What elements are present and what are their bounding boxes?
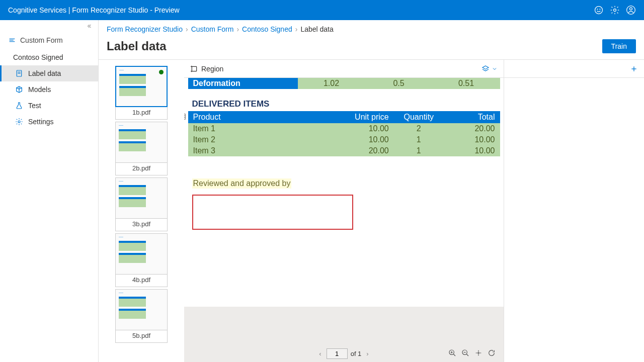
sidebar-custom-form-label: Custom Form (20, 36, 63, 44)
sidebar: Custom Form Contoso Signed Label data Mo… (0, 20, 99, 362)
table-row: Item 2 10.00 1 10.00 (188, 134, 500, 145)
breadcrumb-custom-form[interactable]: Custom Form (191, 25, 234, 33)
thumbnail-name: 4b.pdf (115, 275, 168, 287)
document-page: Deformation 1.02 0.5 0.51 DELIVERED ITEM… (188, 78, 500, 230)
cell-unit-price: 10.00 (332, 134, 394, 145)
cell-unit-price: 20.00 (332, 145, 394, 156)
svg-point-1 (597, 9, 598, 10)
svg-point-12 (18, 121, 20, 123)
labels-toolbar (504, 60, 644, 78)
sidebar-item-label: Label data (28, 69, 61, 77)
feedback-icon[interactable] (594, 5, 604, 15)
page-title: Label data (107, 39, 602, 53)
chevron-right-icon: › (186, 25, 188, 33)
col-unit-price: Unit price (332, 111, 394, 123)
thumbnail-name: 1b.pdf (115, 107, 168, 120)
breadcrumb: Form Recognizer Studio › Custom Form › C… (99, 20, 644, 37)
breadcrumb-current: Label data (300, 25, 333, 33)
table-icon[interactable] (184, 113, 186, 120)
sidebar-item-label: Models (28, 85, 51, 94)
signature-region[interactable] (192, 195, 353, 230)
cell: 0.5 (365, 78, 433, 89)
document-toolbar: Region (184, 60, 504, 78)
delivered-items-table: Product Unit price Quantity Total Item 1… (188, 111, 500, 156)
cell-quantity: 2 (394, 123, 444, 134)
cell-quantity: 1 (394, 134, 444, 145)
zoom-in-icon[interactable] (448, 349, 456, 358)
svg-point-0 (595, 7, 603, 14)
sidebar-collapse-icon[interactable] (0, 20, 98, 32)
col-product: Product (188, 111, 332, 123)
layers-dropdown[interactable] (481, 65, 498, 73)
fit-icon[interactable] (474, 349, 482, 358)
page-header: Label data Train (99, 37, 644, 60)
page-total: of 1 (351, 350, 362, 357)
table-row: Item 1 10.00 2 20.00 (188, 123, 500, 134)
thumbnail-3b[interactable]: ——— 3b.pdf (115, 177, 168, 231)
review-label: Reviewed and approved by (192, 178, 292, 189)
region-tool-label: Region (201, 65, 223, 73)
cell-product: Item 3 (188, 145, 332, 156)
cell-total: 10.00 (444, 134, 500, 145)
rotate-icon[interactable] (488, 349, 496, 358)
svg-line-20 (453, 354, 455, 356)
region-icon (190, 65, 198, 73)
col-total: Total (444, 111, 500, 123)
page-input[interactable] (327, 348, 348, 359)
labels-panel (504, 60, 644, 362)
cell: 0.51 (433, 78, 500, 89)
status-badge (159, 70, 164, 74)
cell-total: 10.00 (444, 145, 500, 156)
chevron-right-icon: › (236, 25, 239, 33)
topbar: Cognitive Services | Form Recognizer Stu… (0, 0, 644, 20)
thumbnail-1b[interactable]: ——— 1b.pdf (115, 66, 168, 120)
sidebar-custom-form[interactable]: Custom Form (0, 32, 98, 48)
sidebar-item-label: Settings (28, 118, 54, 126)
svg-rect-13 (192, 66, 196, 71)
sidebar-project-name[interactable]: Contoso Signed (0, 48, 98, 65)
thumbnail-2b[interactable]: ——— 2b.pdf (115, 122, 168, 175)
thumbnail-4b[interactable]: ——— 4b.pdf (115, 233, 168, 287)
thumbnail-name: 3b.pdf (115, 219, 168, 231)
sidebar-item-label-data[interactable]: Label data (0, 65, 98, 81)
thumbnail-5b[interactable]: ——— 5b.pdf (115, 289, 168, 343)
layers-icon (481, 65, 490, 73)
cell-header: Deformation (188, 78, 298, 89)
sidebar-item-models[interactable]: Models (0, 81, 98, 98)
breadcrumb-project[interactable]: Contoso Signed (242, 25, 292, 33)
next-page-icon[interactable]: › (364, 350, 370, 357)
pager: ‹ of 1 › (184, 347, 504, 362)
document-footer: ‹ of 1 › (184, 307, 504, 362)
sidebar-item-test[interactable]: Test (0, 98, 98, 114)
add-label-icon[interactable] (630, 65, 638, 73)
svg-point-26 (478, 352, 479, 353)
table-row: Deformation 1.02 0.5 0.51 (188, 78, 500, 89)
cell-unit-price: 10.00 (332, 123, 394, 134)
sidebar-item-settings[interactable]: Settings (0, 114, 98, 130)
chevron-down-icon (492, 66, 498, 72)
svg-rect-14 (184, 114, 185, 120)
region-tool[interactable]: Region (190, 65, 223, 73)
account-icon[interactable] (626, 5, 636, 15)
section-heading: DELIVERED ITEMS (188, 89, 500, 111)
table-row: Item 3 20.00 1 10.00 (188, 145, 500, 156)
app-title: Cognitive Services | Form Recognizer Stu… (8, 6, 588, 14)
prev-page-icon[interactable]: ‹ (317, 350, 323, 357)
zoom-out-icon[interactable] (461, 349, 469, 358)
cell-quantity: 1 (394, 145, 444, 156)
sidebar-item-label: Test (28, 102, 41, 110)
svg-line-24 (466, 354, 468, 356)
breadcrumb-studio[interactable]: Form Recognizer Studio (107, 25, 183, 33)
cell-total: 20.00 (444, 123, 500, 134)
settings-gear-icon[interactable] (610, 5, 620, 15)
cell-product: Item 1 (188, 123, 332, 134)
train-button[interactable]: Train (602, 39, 636, 53)
svg-point-3 (614, 9, 616, 12)
document-thumbnails: ——— 1b.pdf ——— 2b.pdf ——— 3b.pdf ——— 4b.… (99, 60, 184, 362)
document-viewport[interactable]: Deformation 1.02 0.5 0.51 DELIVERED ITEM… (184, 78, 504, 307)
thumbnail-name: 5b.pdf (115, 330, 168, 343)
col-quantity: Quantity (394, 111, 444, 123)
cell: 1.02 (298, 78, 365, 89)
svg-point-5 (630, 8, 632, 10)
cell-product: Item 2 (188, 134, 332, 145)
